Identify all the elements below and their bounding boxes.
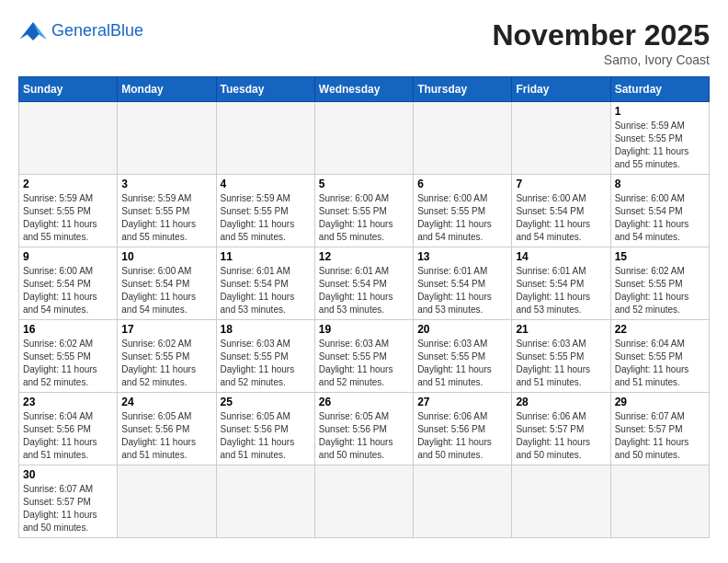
header-monday: Monday	[118, 77, 216, 102]
day-info: Sunrise: 6:00 AM Sunset: 5:54 PM Dayligh…	[121, 265, 211, 316]
day-info: Sunrise: 6:03 AM Sunset: 5:55 PM Dayligh…	[221, 338, 311, 389]
day-info: Sunrise: 6:02 AM Sunset: 5:55 PM Dayligh…	[615, 265, 705, 316]
calendar-cell	[118, 102, 216, 175]
day-info: Sunrise: 6:00 AM Sunset: 5:54 PM Dayligh…	[615, 192, 705, 244]
calendar-row: 2 Sunrise: 5:59 AM Sunset: 5:55 PM Dayli…	[19, 175, 710, 247]
calendar-row: 16 Sunrise: 6:02 AM Sunset: 5:55 PM Dayl…	[19, 320, 710, 393]
day-info: Sunrise: 6:02 AM Sunset: 5:55 PM Dayligh…	[121, 338, 211, 389]
logo-icon	[18, 18, 48, 44]
day-number: 16	[23, 323, 113, 336]
day-number: 23	[23, 396, 113, 408]
day-info: Sunrise: 6:07 AM Sunset: 5:57 PM Dayligh…	[23, 483, 113, 534]
calendar-cell: 28 Sunrise: 6:06 AM Sunset: 5:57 PM Dayl…	[512, 393, 610, 465]
day-number: 10	[121, 250, 211, 263]
page-header: GeneralBlue November 2025 Samo, Ivory Co…	[18, 18, 710, 67]
calendar-cell	[314, 465, 413, 538]
calendar-cell: 30 Sunrise: 6:07 AM Sunset: 5:57 PM Dayl…	[19, 465, 118, 538]
calendar-cell: 10 Sunrise: 6:00 AM Sunset: 5:54 PM Dayl…	[118, 247, 216, 320]
calendar-cell: 3 Sunrise: 5:59 AM Sunset: 5:55 PM Dayli…	[118, 175, 216, 247]
calendar-cell: 12 Sunrise: 6:01 AM Sunset: 5:54 PM Dayl…	[314, 247, 413, 320]
header-friday: Friday	[512, 77, 610, 102]
day-info: Sunrise: 6:03 AM Sunset: 5:55 PM Dayligh…	[319, 338, 409, 389]
calendar-cell: 7 Sunrise: 6:00 AM Sunset: 5:54 PM Dayli…	[512, 175, 610, 247]
day-info: Sunrise: 6:05 AM Sunset: 5:56 PM Dayligh…	[221, 410, 311, 462]
title-block: November 2025 Samo, Ivory Coast	[492, 18, 710, 67]
day-info: Sunrise: 6:03 AM Sunset: 5:55 PM Dayligh…	[417, 338, 507, 389]
calendar-cell	[414, 465, 512, 538]
day-number: 30	[23, 468, 113, 481]
day-number: 5	[319, 178, 409, 190]
day-info: Sunrise: 5:59 AM Sunset: 5:55 PM Dayligh…	[615, 120, 705, 171]
header-thursday: Thursday	[414, 77, 512, 102]
day-number: 4	[221, 178, 311, 190]
weekday-header-row: Sunday Monday Tuesday Wednesday Thursday…	[19, 77, 710, 102]
day-info: Sunrise: 6:04 AM Sunset: 5:56 PM Dayligh…	[23, 410, 113, 462]
calendar-cell: 8 Sunrise: 6:00 AM Sunset: 5:54 PM Dayli…	[610, 175, 709, 247]
header-sunday: Sunday	[19, 77, 118, 102]
svg-marker-0	[20, 22, 47, 40]
calendar-row: 23 Sunrise: 6:04 AM Sunset: 5:56 PM Dayl…	[19, 393, 710, 465]
day-info: Sunrise: 6:01 AM Sunset: 5:54 PM Dayligh…	[319, 265, 409, 316]
day-info: Sunrise: 5:59 AM Sunset: 5:55 PM Dayligh…	[23, 192, 113, 244]
calendar-row: 9 Sunrise: 6:00 AM Sunset: 5:54 PM Dayli…	[19, 247, 710, 320]
day-info: Sunrise: 6:05 AM Sunset: 5:56 PM Dayligh…	[121, 410, 211, 462]
logo: GeneralBlue	[18, 18, 143, 44]
calendar-cell: 6 Sunrise: 6:00 AM Sunset: 5:55 PM Dayli…	[414, 175, 512, 247]
calendar-cell	[118, 465, 216, 538]
day-number: 24	[121, 396, 211, 408]
day-number: 11	[221, 250, 311, 263]
header-saturday: Saturday	[610, 77, 709, 102]
day-info: Sunrise: 5:59 AM Sunset: 5:55 PM Dayligh…	[221, 192, 311, 244]
calendar-cell	[314, 102, 413, 175]
calendar-cell: 4 Sunrise: 5:59 AM Sunset: 5:55 PM Dayli…	[216, 175, 314, 247]
logo-general: General	[51, 21, 110, 40]
calendar-cell: 20 Sunrise: 6:03 AM Sunset: 5:55 PM Dayl…	[414, 320, 512, 393]
day-number: 20	[417, 323, 507, 336]
location: Samo, Ivory Coast	[492, 52, 710, 67]
calendar-cell: 24 Sunrise: 6:05 AM Sunset: 5:56 PM Dayl…	[118, 393, 216, 465]
day-number: 13	[417, 250, 507, 263]
calendar-cell: 29 Sunrise: 6:07 AM Sunset: 5:57 PM Dayl…	[610, 393, 709, 465]
calendar-cell: 17 Sunrise: 6:02 AM Sunset: 5:55 PM Dayl…	[118, 320, 216, 393]
day-info: Sunrise: 6:06 AM Sunset: 5:57 PM Dayligh…	[516, 410, 606, 462]
logo-blue: Blue	[110, 21, 143, 40]
header-wednesday: Wednesday	[314, 77, 413, 102]
day-info: Sunrise: 6:02 AM Sunset: 5:55 PM Dayligh…	[23, 338, 113, 389]
day-number: 6	[417, 178, 507, 190]
day-info: Sunrise: 6:05 AM Sunset: 5:56 PM Dayligh…	[319, 410, 409, 462]
calendar-cell	[512, 465, 610, 538]
calendar-cell: 19 Sunrise: 6:03 AM Sunset: 5:55 PM Dayl…	[314, 320, 413, 393]
day-info: Sunrise: 6:01 AM Sunset: 5:54 PM Dayligh…	[516, 265, 606, 316]
logo-text: GeneralBlue	[51, 22, 143, 40]
calendar-cell: 25 Sunrise: 6:05 AM Sunset: 5:56 PM Dayl…	[216, 393, 314, 465]
calendar-cell: 16 Sunrise: 6:02 AM Sunset: 5:55 PM Dayl…	[19, 320, 118, 393]
calendar: Sunday Monday Tuesday Wednesday Thursday…	[18, 76, 710, 538]
calendar-cell: 26 Sunrise: 6:05 AM Sunset: 5:56 PM Dayl…	[314, 393, 413, 465]
calendar-cell: 15 Sunrise: 6:02 AM Sunset: 5:55 PM Dayl…	[610, 247, 709, 320]
day-number: 22	[615, 323, 705, 336]
day-number: 18	[221, 323, 311, 336]
day-number: 7	[516, 178, 606, 190]
day-number: 14	[516, 250, 606, 263]
calendar-cell: 1 Sunrise: 5:59 AM Sunset: 5:55 PM Dayli…	[610, 102, 709, 175]
day-number: 17	[121, 323, 211, 336]
day-info: Sunrise: 6:00 AM Sunset: 5:54 PM Dayligh…	[516, 192, 606, 244]
calendar-cell: 11 Sunrise: 6:01 AM Sunset: 5:54 PM Dayl…	[216, 247, 314, 320]
day-number: 29	[615, 396, 705, 408]
month-title: November 2025	[492, 18, 710, 52]
day-info: Sunrise: 6:04 AM Sunset: 5:55 PM Dayligh…	[615, 338, 705, 389]
day-info: Sunrise: 6:00 AM Sunset: 5:54 PM Dayligh…	[23, 265, 113, 316]
calendar-cell	[610, 465, 709, 538]
day-number: 15	[615, 250, 705, 263]
calendar-cell: 13 Sunrise: 6:01 AM Sunset: 5:54 PM Dayl…	[414, 247, 512, 320]
calendar-cell: 23 Sunrise: 6:04 AM Sunset: 5:56 PM Dayl…	[19, 393, 118, 465]
calendar-cell: 14 Sunrise: 6:01 AM Sunset: 5:54 PM Dayl…	[512, 247, 610, 320]
calendar-cell	[19, 102, 118, 175]
calendar-row: 30 Sunrise: 6:07 AM Sunset: 5:57 PM Dayl…	[19, 465, 710, 538]
day-info: Sunrise: 6:03 AM Sunset: 5:55 PM Dayligh…	[516, 338, 606, 389]
day-number: 19	[319, 323, 409, 336]
calendar-cell: 18 Sunrise: 6:03 AM Sunset: 5:55 PM Dayl…	[216, 320, 314, 393]
calendar-cell: 21 Sunrise: 6:03 AM Sunset: 5:55 PM Dayl…	[512, 320, 610, 393]
day-info: Sunrise: 6:07 AM Sunset: 5:57 PM Dayligh…	[615, 410, 705, 462]
calendar-cell: 2 Sunrise: 5:59 AM Sunset: 5:55 PM Dayli…	[19, 175, 118, 247]
